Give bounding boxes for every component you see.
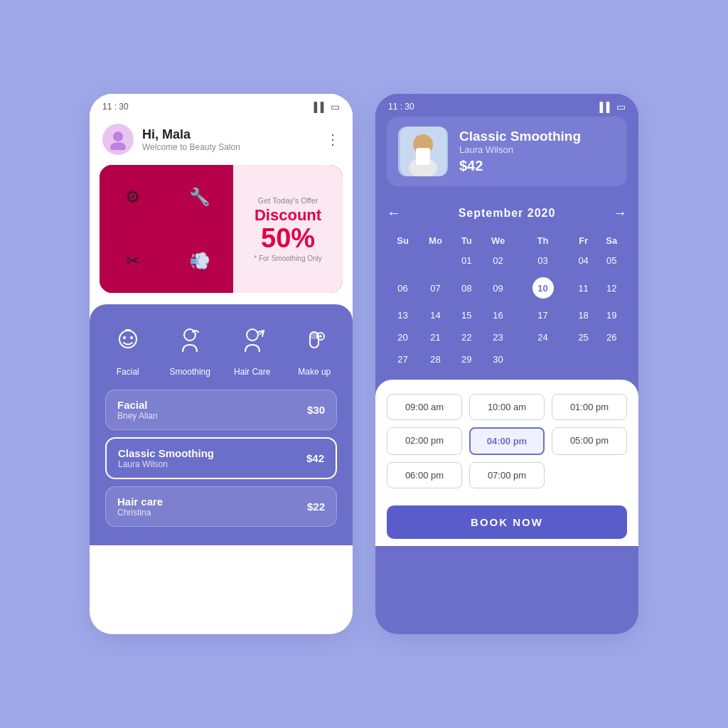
smoothing-icon [168, 318, 212, 363]
greeting-subtitle: Welcome to Beauty Salon [142, 142, 240, 152]
svg-point-7 [247, 329, 258, 341]
calendar-day-20[interactable]: 20 [388, 327, 417, 348]
calendar-day-02[interactable]: 02 [481, 250, 515, 271]
time-slot-01-00-pm[interactable]: 01:00 pm [552, 394, 627, 420]
service-header-person: Laura Wilson [459, 144, 581, 155]
calendar-day-15[interactable]: 15 [454, 305, 480, 326]
svg-point-1 [110, 142, 126, 150]
time-slot-04-00-pm[interactable]: 04:00 pm [469, 427, 545, 455]
service-header-info: Classic Smoothing Laura Wilson $42 [459, 129, 581, 174]
right-status-bar: 11 : 30 ▌▌ ▭ [375, 94, 638, 117]
provider-avatar [398, 127, 448, 176]
calendar-month: September 2020 [459, 207, 556, 220]
scissors-icon: ✂ [100, 229, 166, 293]
service-facial[interactable]: Facial [106, 318, 150, 377]
haircare-icon [230, 318, 274, 363]
calendar-day-13[interactable]: 13 [388, 305, 417, 326]
facial-price: $30 [307, 404, 325, 416]
calendar-day-23[interactable]: 23 [481, 327, 515, 348]
service-header-card: Classic Smoothing Laura Wilson $42 [387, 117, 627, 186]
calendar-day-26[interactable]: 26 [598, 327, 626, 348]
calendar-day-21[interactable]: 21 [419, 327, 452, 348]
calendar-day-04[interactable]: 04 [571, 250, 596, 271]
right-battery-icon: ▭ [616, 101, 626, 112]
service-section: Facial Smoothing [90, 304, 353, 545]
calendar-day-07[interactable]: 07 [419, 272, 452, 304]
avatar [102, 124, 134, 155]
time-slot-06-00-pm[interactable]: 06:00 pm [387, 462, 462, 488]
calendar-day-16[interactable]: 16 [481, 305, 515, 326]
smoothing-info: Classic Smoothing Laura Wilson [118, 447, 214, 469]
day-header-tu: Tu [454, 232, 480, 249]
greeting-title: Hi, Mala [142, 127, 240, 142]
calendar-day-03[interactable]: 03 [516, 250, 569, 271]
calendar-day-01[interactable]: 01 [454, 250, 480, 271]
menu-button[interactable]: ⋮ [326, 131, 340, 148]
signal-icon: ▌▌ [314, 102, 327, 112]
service-makeup[interactable]: Make up [292, 318, 336, 377]
brush-icon: 🔧 [166, 165, 233, 229]
calendar-day-22[interactable]: 22 [454, 327, 480, 348]
calendar-day-25[interactable]: 25 [571, 327, 596, 348]
greeting-text: Hi, Mala Welcome to Beauty Salon [142, 127, 240, 152]
makeup-icon [292, 318, 336, 363]
promo-text-area: Get Today's Offer Discount 50% * For Smo… [233, 165, 343, 293]
calendar-section: ← September 2020 → Su Mo Tu We Th Fr Sa … [375, 198, 638, 385]
right-time: 11 : 30 [388, 102, 414, 112]
calendar-day-06[interactable]: 06 [388, 272, 417, 304]
promo-pretext: Get Today's Offer [258, 196, 318, 205]
calendar-day-08[interactable]: 08 [454, 272, 480, 304]
calendar-day-11[interactable]: 11 [571, 272, 596, 304]
smoothing-person: Laura Wilson [118, 459, 214, 469]
calendar-body: 0102030405060708091011121314151617181920… [388, 250, 626, 370]
svg-point-3 [123, 336, 126, 339]
calendar-day-10[interactable]: 10 [516, 272, 569, 304]
calendar-day-05[interactable]: 05 [598, 250, 626, 271]
facial-person: Bney Alian [117, 411, 158, 421]
smoothing-label: Smoothing [170, 367, 210, 377]
day-header-fr: Fr [571, 232, 596, 249]
service-smoothing[interactable]: Smoothing [168, 318, 212, 377]
calendar-day-17[interactable]: 17 [516, 305, 569, 326]
left-phone: 11 : 30 ▌▌ ▭ Hi, Mala Welcome to Beauty … [90, 94, 353, 634]
day-header-th: Th [516, 232, 569, 249]
calendar-empty [516, 349, 569, 370]
book-now-button[interactable]: BOOK NOW [387, 505, 627, 539]
time-slot-09-00-am[interactable]: 09:00 am [387, 394, 462, 420]
calendar-day-24[interactable]: 24 [516, 327, 569, 348]
svg-point-0 [113, 132, 123, 141]
dryer-icon: 💨 [166, 229, 233, 293]
calendar-day-09[interactable]: 09 [481, 272, 515, 304]
left-status-icons: ▌▌ ▭ [314, 101, 340, 112]
calendar-day-27[interactable]: 27 [388, 349, 417, 370]
calendar-day-18[interactable]: 18 [571, 305, 596, 326]
calendar-day-14[interactable]: 14 [419, 305, 452, 326]
time-slot-05-00-pm[interactable]: 05:00 pm [552, 427, 627, 455]
time-slot-10-00-am[interactable]: 10:00 am [469, 394, 545, 420]
haircare-price: $22 [307, 500, 325, 513]
day-header-mo: Mo [419, 232, 452, 249]
facial-info: Facial Bney Alian [117, 399, 158, 421]
calendar-day-12[interactable]: 12 [598, 272, 626, 304]
calendar-grid: Su Mo Tu We Th Fr Sa 0102030405060708091… [387, 231, 627, 371]
calendar-day-30[interactable]: 30 [481, 349, 515, 370]
calendar-day-28[interactable]: 28 [419, 349, 452, 370]
time-slot-02-00-pm[interactable]: 02:00 pm [387, 427, 462, 455]
booking-card-haircare[interactable]: Hair care Christina $22 [105, 486, 337, 527]
svg-rect-5 [125, 329, 131, 331]
booking-card-facial[interactable]: Facial Bney Alian $30 [105, 390, 337, 430]
right-phone: 11 : 30 ▌▌ ▭ Classic Smoothing Laura Wil… [375, 94, 638, 634]
service-header-title: Classic Smoothing [459, 129, 581, 144]
calendar-day-29[interactable]: 29 [454, 349, 480, 370]
time-slot-07-00-pm[interactable]: 07:00 pm [469, 462, 545, 488]
calendar-nav: ← September 2020 → [387, 198, 627, 231]
calendar-day-19[interactable]: 19 [598, 305, 626, 326]
svg-point-4 [130, 336, 133, 339]
header-left: Hi, Mala Welcome to Beauty Salon [102, 124, 240, 155]
booking-card-smoothing[interactable]: Classic Smoothing Laura Wilson $42 [105, 437, 337, 479]
calendar-empty [571, 349, 596, 370]
facial-icon [106, 318, 150, 363]
next-month-button[interactable]: → [613, 205, 627, 221]
service-haircare[interactable]: Hair Care [230, 318, 274, 377]
prev-month-button[interactable]: ← [387, 205, 401, 221]
